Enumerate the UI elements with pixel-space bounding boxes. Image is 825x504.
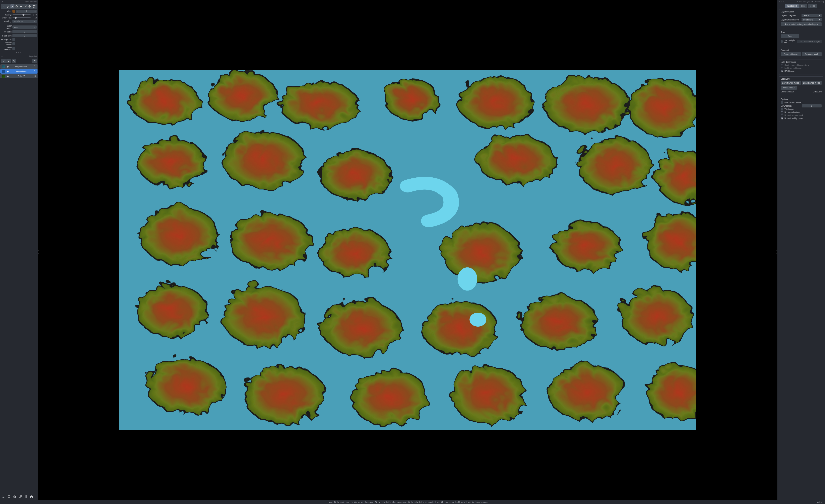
show-selected-checkbox[interactable] xyxy=(12,47,15,50)
canvas-area[interactable] xyxy=(38,0,777,500)
radio-norm-stack[interactable] xyxy=(781,114,783,116)
label-spinbox[interactable]: − 1 + xyxy=(16,10,37,13)
plus-icon[interactable]: + xyxy=(33,34,37,37)
svg-point-5 xyxy=(3,60,3,61)
radio-no-norm[interactable] xyxy=(781,111,783,113)
grid-button[interactable] xyxy=(24,494,28,499)
new-shapes-button[interactable] xyxy=(6,59,11,63)
save-model-button[interactable]: Save trained model xyxy=(781,81,801,85)
tool-grid xyxy=(1,4,37,9)
train-multiple-button[interactable]: Train on multiple images xyxy=(797,40,822,43)
tile-image-checkbox[interactable] xyxy=(781,108,783,110)
resize-handle-right[interactable] xyxy=(776,250,777,254)
downsample-spinbox[interactable]: − 1 + xyxy=(802,104,822,107)
svg-point-8 xyxy=(4,62,4,62)
eye-icon[interactable]: ◉ xyxy=(6,70,9,73)
layer-annotation-combo[interactable]: annotations▼ xyxy=(802,18,822,21)
console-button[interactable] xyxy=(1,494,6,499)
svg-point-40 xyxy=(226,211,308,266)
segment-stack-button[interactable]: Segment stack xyxy=(802,52,822,56)
tab-model[interactable]: Model xyxy=(808,4,817,8)
minus-icon[interactable]: − xyxy=(12,34,16,37)
label-swatch[interactable] xyxy=(12,10,15,13)
eye-icon[interactable]: ◉ xyxy=(6,75,9,78)
minus-icon[interactable]: − xyxy=(12,30,16,33)
layer-item-annotations[interactable]: ◉ annotations xyxy=(0,69,38,74)
transform-icon[interactable] xyxy=(32,4,36,8)
layer-item-cells-2d[interactable]: ◉ Cells 2D xyxy=(0,74,38,78)
svg-point-6 xyxy=(4,60,4,61)
layer-list-window-buttons[interactable]: ⤢▫ xyxy=(1,55,4,58)
radio-norm-plane[interactable] xyxy=(781,117,783,119)
minus-icon[interactable]: − xyxy=(16,10,19,13)
pan-icon[interactable] xyxy=(28,4,32,8)
brush-icon[interactable] xyxy=(10,4,14,8)
chevron-down-icon: ▼ xyxy=(34,26,35,28)
color-mode-combo[interactable]: auto▼ xyxy=(12,25,37,29)
new-points-button[interactable] xyxy=(1,59,6,63)
svg-rect-20 xyxy=(26,496,26,497)
layer-controls-window-buttons[interactable]: ⤢▫ xyxy=(1,1,4,3)
tab-annotation[interactable]: Annotation xyxy=(785,4,799,8)
radio-rgb[interactable] xyxy=(781,70,783,72)
delete-layer-button[interactable] xyxy=(32,59,37,63)
image-viewport[interactable] xyxy=(120,70,696,430)
layer-annotation-lbl: Layer for annotation xyxy=(781,19,800,21)
viewer-toolbar xyxy=(0,493,38,500)
fill-icon[interactable] xyxy=(19,4,23,8)
use-multiple-files-checkbox[interactable] xyxy=(781,40,783,43)
layer-segment-combo[interactable]: Cells 2D▼ xyxy=(802,14,822,17)
svg-rect-13 xyxy=(8,496,10,498)
right-panel-title: ConvPaint (napari ConvPaint) xyxy=(784,1,824,3)
svg-point-10 xyxy=(13,61,14,61)
contiguous-checkbox[interactable]: ✓ xyxy=(12,38,15,41)
radio-single-channel[interactable] xyxy=(781,64,783,66)
svg-point-41 xyxy=(316,226,386,274)
plus-icon[interactable]: + xyxy=(33,30,37,33)
brush-size-value: 10 xyxy=(31,17,37,19)
svg-point-43 xyxy=(550,220,617,268)
n-edit-dim-spinbox[interactable]: − 2 + xyxy=(12,34,37,37)
layer-controls: label: − 1 + opacity: 0.70 brush size: xyxy=(0,3,38,55)
add-layers-button[interactable]: Add annotations/segmentation layers xyxy=(781,22,822,26)
svg-point-3 xyxy=(33,7,33,8)
layer-controls-header: ⤢▫ layer controls xyxy=(0,0,38,3)
new-labels-button[interactable] xyxy=(12,59,16,63)
brush-size-slider[interactable] xyxy=(12,17,31,18)
reset-model-button[interactable]: Reset model xyxy=(781,86,797,90)
contour-lbl: contour: xyxy=(1,31,12,33)
use-custom-model-checkbox[interactable] xyxy=(781,101,783,104)
roll-button[interactable] xyxy=(12,494,17,499)
home-button[interactable] xyxy=(29,494,34,499)
layer-item-segmentation[interactable]: ◉ segmentation xyxy=(0,64,38,69)
blending-combo[interactable]: translucent▼ xyxy=(12,20,37,23)
ndisplay-button[interactable] xyxy=(7,494,11,499)
polygon-icon[interactable] xyxy=(15,4,19,8)
right-window-buttons[interactable]: ×⤢▫ xyxy=(779,1,784,3)
transpose-button[interactable] xyxy=(18,494,22,499)
minus-icon[interactable]: − xyxy=(802,104,805,107)
shuffle-icon[interactable] xyxy=(2,4,6,8)
opacity-slider[interactable] xyxy=(12,14,31,15)
preserve-labels-checkbox[interactable] xyxy=(12,42,15,45)
tab-files[interactable]: Files xyxy=(799,4,807,8)
left-panel: ⤢▫ layer controls label: − 1 + xyxy=(0,0,38,500)
contour-spinbox[interactable]: − 0 + xyxy=(12,30,37,33)
tag-icon xyxy=(33,65,36,68)
plus-icon[interactable]: + xyxy=(33,10,37,13)
load-model-button[interactable]: Load trained model xyxy=(802,81,822,85)
plus-icon[interactable]: + xyxy=(818,104,822,107)
eraser-icon[interactable] xyxy=(6,4,10,8)
segment-image-button[interactable]: Segment image xyxy=(781,52,801,56)
train-button[interactable]: Train xyxy=(781,34,799,38)
eye-icon[interactable]: ◉ xyxy=(6,65,9,68)
radio-multichannel[interactable] xyxy=(781,67,783,69)
show-selected-lbl: show selected: xyxy=(1,47,12,51)
picker-icon[interactable] xyxy=(23,4,27,8)
svg-point-33 xyxy=(135,136,202,184)
svg-point-47 xyxy=(320,298,397,353)
resize-handle-left[interactable] xyxy=(39,250,39,254)
svg-point-54 xyxy=(448,363,521,421)
activity-button[interactable]: ⌃activity xyxy=(815,501,823,503)
status-hint: use <6> for pan/zoom, use <7> for transf… xyxy=(2,501,815,503)
